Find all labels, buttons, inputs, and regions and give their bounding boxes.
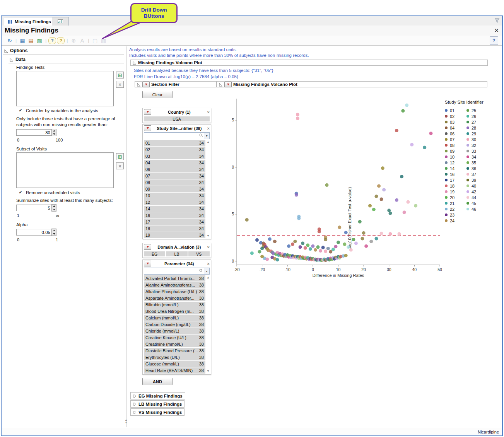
scatter-point[interactable] xyxy=(381,166,384,170)
drilldown-chart-icon[interactable]: ▥ xyxy=(99,36,108,45)
scatter-point[interactable] xyxy=(389,212,392,215)
options-section-header[interactable]: Options xyxy=(3,47,124,55)
scatter-point[interactable] xyxy=(343,242,346,246)
findings-tests-listbox[interactable] xyxy=(16,71,114,106)
legend-item[interactable]: 19 xyxy=(445,189,466,195)
volcano-plot[interactable]: 051015-30-20-1001020304050Difference in … xyxy=(232,96,443,281)
annotate-icon[interactable]: A xyxy=(78,36,86,45)
filter-row[interactable]: Diastolic Blood Pressure (...38 xyxy=(144,348,205,354)
filter-row[interactable]: 1734 xyxy=(144,219,205,225)
scatter-point[interactable] xyxy=(344,254,348,257)
volcano-panel-header[interactable]: Missing Findings Volcano Plot xyxy=(217,81,487,87)
filter-row[interactable]: 1934 xyxy=(144,232,205,238)
filter-row[interactable]: Heart Rate (BEATS/MIN)38 xyxy=(144,367,205,374)
scatter-point[interactable] xyxy=(406,200,410,204)
share-report-icon[interactable]: ⊕ xyxy=(69,36,78,45)
section-lb-missing-findings[interactable]: LB Missing Findings xyxy=(130,400,185,408)
scatter-point[interactable] xyxy=(260,247,264,250)
scatter-point[interactable] xyxy=(400,175,403,178)
legend-item[interactable]: 18 xyxy=(445,183,466,189)
scatter-point[interactable] xyxy=(337,241,340,244)
scatter-point[interactable] xyxy=(410,143,413,147)
scatter-point[interactable] xyxy=(377,184,381,188)
scatter-point[interactable] xyxy=(309,247,312,251)
include-percent-stepper[interactable] xyxy=(51,129,56,136)
add-visit-icon[interactable]: ⊞ xyxy=(116,153,124,160)
legend-item[interactable]: 27 xyxy=(466,119,488,125)
filter-row[interactable]: Carbon Dioxide (mg/dL)38 xyxy=(144,321,205,328)
filter-row[interactable]: 0234 xyxy=(144,147,205,153)
scatter-point[interactable] xyxy=(314,248,317,252)
legend-item[interactable]: 03 xyxy=(445,119,466,125)
remove-parameter-filter-icon[interactable] xyxy=(207,261,210,266)
legend-item[interactable]: 25 xyxy=(466,108,488,113)
legend-item[interactable]: 35 xyxy=(466,160,488,166)
filter-row[interactable]: Bilirubin (mmol/L)38 xyxy=(144,302,205,308)
scatter-point[interactable] xyxy=(273,240,277,243)
filter-row[interactable]: Creatine Kinase (U/L)38 xyxy=(144,335,205,341)
legend-item[interactable]: 46 xyxy=(466,206,488,212)
filter-row[interactable]: 1034 xyxy=(144,193,205,199)
chevron-down-icon[interactable]: ▾ xyxy=(204,133,209,139)
legend-item[interactable]: 37 xyxy=(466,171,488,177)
legend-item[interactable]: 26 xyxy=(466,113,488,119)
legend-item[interactable]: 21 xyxy=(445,200,466,206)
scatter-point[interactable] xyxy=(318,230,321,233)
scroll-up-icon[interactable]: ▲ xyxy=(207,276,210,279)
scatter-point[interactable] xyxy=(414,204,417,207)
scatter-point[interactable] xyxy=(362,231,366,235)
legend-item[interactable]: 44 xyxy=(466,195,488,200)
filter-row[interactable]: 0734 xyxy=(144,173,205,179)
filter-row[interactable]: Chloride (mmol/L)38 xyxy=(144,328,205,334)
filter-row[interactable]: 0334 xyxy=(144,153,205,159)
scatter-point[interactable] xyxy=(301,242,304,245)
scatter-point[interactable] xyxy=(297,217,301,220)
splitter-collapse-control[interactable]: ▲▼ xyxy=(124,418,128,424)
legend-item[interactable]: 10 xyxy=(445,154,466,160)
scatter-point[interactable] xyxy=(265,258,269,261)
legend-item[interactable]: 40 xyxy=(466,183,488,189)
scatter-point[interactable] xyxy=(389,232,392,236)
scatter-point[interactable] xyxy=(287,244,290,248)
scatter-point[interactable] xyxy=(296,117,299,120)
scroll-down-icon[interactable]: ▼ xyxy=(207,370,210,373)
legend-item[interactable]: 30 xyxy=(466,137,488,142)
legend-item[interactable]: 23 xyxy=(445,212,466,218)
filter-row[interactable]: Calcium (mmol/L)38 xyxy=(144,315,205,321)
legend-item[interactable]: 29 xyxy=(466,131,488,137)
legend-item[interactable]: 08 xyxy=(445,142,466,148)
open-data-table-icon[interactable]: ▦ xyxy=(18,36,27,45)
scatter-point[interactable] xyxy=(260,255,264,258)
tab-missing-findings[interactable]: Missing Findings xyxy=(4,17,55,26)
scatter-point[interactable] xyxy=(368,204,372,207)
filter-row[interactable]: Alkaline Phosphatase (U/L)38 xyxy=(144,288,205,295)
scatter-point[interactable] xyxy=(403,210,406,214)
filter-row[interactable]: 1234 xyxy=(144,199,205,205)
filter-row[interactable]: 1834 xyxy=(144,225,205,232)
scatter-point[interactable] xyxy=(358,220,362,224)
site-search-input[interactable] xyxy=(144,133,198,138)
filter-row[interactable]: 0134 xyxy=(144,140,205,146)
add-findings-test-icon[interactable]: ⊞ xyxy=(116,72,124,79)
scatter-point[interactable] xyxy=(374,237,378,240)
scatter-point[interactable] xyxy=(299,245,302,249)
filter-row[interactable]: Aspartate Aminotransfer...38 xyxy=(144,295,205,301)
scatter-point[interactable] xyxy=(258,250,261,253)
close-report-icon[interactable]: ✕ xyxy=(494,27,499,34)
summarize-sites-stepper[interactable] xyxy=(51,204,56,212)
legend-item[interactable]: 32 xyxy=(466,142,488,148)
scatter-point[interactable] xyxy=(369,240,373,243)
domain-value-button[interactable]: VS xyxy=(188,251,210,256)
scatter-point[interactable] xyxy=(311,244,314,248)
scatter-point[interactable] xyxy=(360,237,364,240)
scatter-point[interactable] xyxy=(293,240,297,243)
scatter-point[interactable] xyxy=(352,238,355,241)
filter-row[interactable]: Blood Urea Nitrogen (m...38 xyxy=(144,308,205,314)
scatter-point[interactable] xyxy=(306,243,309,247)
filter-row[interactable]: Glucose (mmol/L)38 xyxy=(144,361,205,367)
filter-row[interactable]: Creatinine (mmol/L)38 xyxy=(144,341,205,347)
report-notes-icon[interactable]: ? xyxy=(48,37,56,44)
scatter-point[interactable] xyxy=(326,247,330,250)
scatter-point[interactable] xyxy=(380,197,383,201)
alpha-stepper[interactable] xyxy=(51,229,56,236)
